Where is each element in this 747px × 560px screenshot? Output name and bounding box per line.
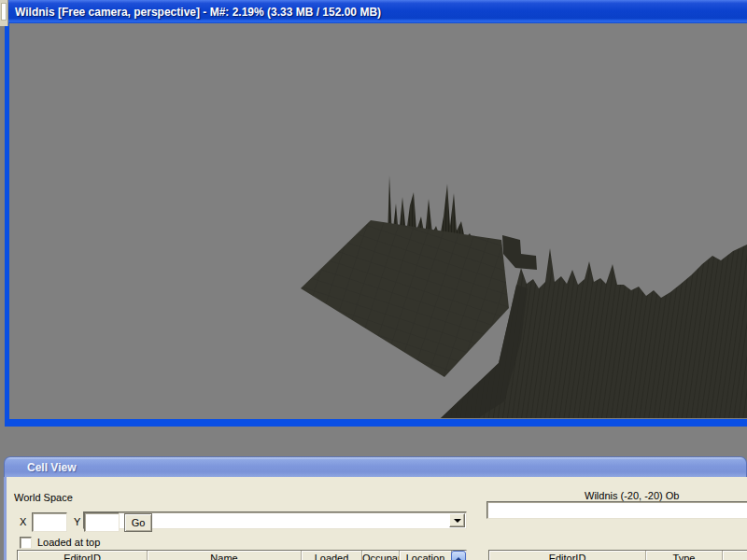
cell-list-header-loaded[interactable]: Loaded [302,551,362,560]
object-list-header-row: EditorID Type Count [489,551,747,560]
world-space-label: World Space [14,492,73,503]
dropdown-arrow-button[interactable] [449,513,465,527]
render-window: Wildnis [Free camera, perspective] - M#:… [5,0,747,427]
loaded-at-top-checkbox[interactable] [20,537,32,549]
y-input[interactable] [84,512,120,532]
x-input[interactable] [32,512,67,532]
render-viewport[interactable] [9,23,747,419]
y-label: Y [74,516,80,527]
cell-info-label: Wildnis (-20, -20) Ob [585,490,679,501]
render-window-titlebar[interactable]: Wildnis [Free camera, perspective] - M#:… [5,0,747,23]
cell-list-scrollbar-up-button[interactable] [451,551,466,560]
background-window-fragment [0,0,8,26]
terrain-mesh [9,23,747,419]
x-label: X [20,516,26,527]
cell-view-titlebar[interactable]: Cell View [4,456,747,477]
object-list-header-type[interactable]: Type [646,551,723,560]
render-window-title: Wildnis [Free camera, perspective] - M#:… [15,6,381,19]
chevron-down-icon [454,519,461,523]
cell-view-window: Cell View World Space Estaya Wildnis (-2… [4,455,747,560]
object-list-header-editorid[interactable]: EditorID [489,551,646,560]
cell-list-header-location[interactable]: Location [400,551,452,560]
object-list[interactable]: EditorID Type Count [488,550,747,560]
cell-list-header-editorid[interactable]: EditorID [18,551,148,560]
cell-view-body: World Space Estaya Wildnis (-20, -20) Ob… [4,477,747,560]
cell-view-title: Cell View [27,461,76,474]
cell-list-header-occupancy[interactable]: Occupancy [362,551,400,560]
cell-list[interactable]: EditorID Name Loaded Occupancy Location [17,550,467,560]
cell-list-header-row: EditorID Name Loaded Occupancy Location [18,551,466,560]
go-button[interactable]: Go [124,513,152,532]
cell-list-header-name[interactable]: Name [148,551,302,560]
background-window-fragment-inner [1,3,7,21]
object-list-header-count[interactable]: Count [723,551,747,560]
loaded-at-top-label: Loaded at top [37,537,100,548]
object-filter-input[interactable] [486,501,747,519]
